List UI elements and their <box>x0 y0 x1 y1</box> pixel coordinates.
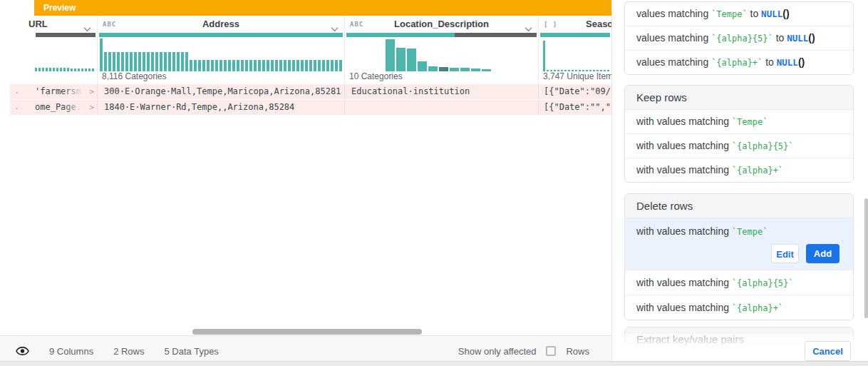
column-location-description-histogram[interactable] <box>386 37 492 71</box>
suggestion-item[interactable]: values matching `{alpha}+` to NULL() <box>625 51 853 74</box>
suggestion-item[interactable]: values matching `Tempe` to NULL() <box>625 2 853 26</box>
column-season-histogram[interactable] <box>543 37 611 71</box>
column-url-count <box>34 71 97 83</box>
column-address-title: Address <box>98 16 344 33</box>
suggestion-text: with values matching `Tempe` <box>636 116 768 127</box>
suggestion-text: values matching `{alpha}{5}` to NULL() <box>636 32 815 44</box>
data-grid-panel: Preview URL ABC Address <box>0 0 611 366</box>
suggestions-panel: values matching `Tempe` to NULL() values… <box>611 0 868 366</box>
text-fade <box>63 84 88 99</box>
rows-count: 2 Rows <box>113 346 144 357</box>
cell-season[interactable]: [{"Date":"09/ <box>539 84 611 99</box>
column-address-count: 8,116 Categories <box>98 71 344 83</box>
cell-location-description[interactable]: Educational·institution <box>345 84 539 99</box>
cell-address[interactable]: 1840·E·Warner·Rd,Tempe,,Arizona,85284 <box>98 100 345 115</box>
vertical-scrollbar[interactable] <box>864 198 868 318</box>
text-fade <box>63 100 88 115</box>
cancel-button[interactable]: Cancel <box>805 341 851 361</box>
suggestion-item[interactable]: with values matching `Tempe` <box>625 110 853 134</box>
preview-banner-label: Preview <box>43 3 76 13</box>
column-menu-chevron-down-icon[interactable] <box>83 22 91 35</box>
cell-address[interactable]: 300·E·Orange·Mall,Tempe,Maricopa,Arizona… <box>98 84 345 99</box>
columns-count: 9 Columns <box>49 346 93 357</box>
array-type-icon: [ ] <box>544 16 557 33</box>
column-menu-chevron-down-icon[interactable] <box>331 22 339 35</box>
show-only-affected-label: Show only affected <box>458 346 537 357</box>
window-bottom-edge <box>0 361 868 366</box>
rows-toggle-label: Rows <box>566 346 589 357</box>
preview-eye-icon[interactable] <box>16 346 29 356</box>
column-season-count: 3,747 Unique Items <box>539 71 611 83</box>
suggestion-card-set-null: values matching `Tempe` to NULL() values… <box>624 1 854 75</box>
edit-button[interactable]: Edit <box>771 244 799 263</box>
suggestion-item[interactable]: values matching `{alpha}{5}` to NULL() <box>625 26 853 51</box>
column-address-histogram[interactable] <box>100 37 343 71</box>
suggestion-item[interactable]: with values matching `{alpha}{5}` <box>625 270 853 295</box>
column-location-description[interactable]: ABC Location_Description 10 Categories <box>345 16 539 83</box>
column-url-histogram[interactable] <box>35 37 95 71</box>
card-title: Keep rows <box>625 86 853 110</box>
column-season-header[interactable]: [ ] Season <box>539 16 611 33</box>
column-menu-chevron-down-icon[interactable] <box>525 22 532 35</box>
column-location-description-header[interactable]: ABC Location_Description <box>345 16 538 33</box>
column-location-description-title: Location_Description <box>345 16 538 33</box>
cell-url[interactable]: ome_Page.h> <box>34 100 98 115</box>
column-url[interactable]: URL <box>34 16 98 83</box>
cell-overflow-chevron-icon[interactable]: > <box>89 84 94 99</box>
cell-location-description[interactable] <box>345 100 539 115</box>
suggestion-text: with values matching `{alpha}+` <box>636 302 783 313</box>
suggestion-card-keep-rows: Keep rows with values matching `Tempe` w… <box>624 85 854 183</box>
suggestion-item-selected[interactable]: with values matching `Tempe` Edit Add <box>625 218 853 270</box>
row-marker-dot: · <box>15 100 19 115</box>
suggestion-text: values matching `Tempe` to NULL() <box>636 8 790 19</box>
column-address-header[interactable]: ABC Address <box>98 16 344 33</box>
suggestion-text: values matching `{alpha}+` to NULL() <box>636 56 805 68</box>
suggestion-item[interactable]: with values matching `{alpha}+` <box>625 158 853 182</box>
table-row[interactable]: · 'farmersma> 300·E·Orange·Mall,Tempe,Ma… <box>10 84 611 100</box>
preview-banner: Preview <box>34 0 611 16</box>
cell-season[interactable]: [{"Date":""," <box>539 100 611 115</box>
string-type-icon: ABC <box>103 16 116 33</box>
add-button[interactable]: Add <box>806 244 839 263</box>
suggestion-card-delete-rows: Delete rows with values matching `Tempe`… <box>624 193 854 320</box>
suggestion-text: with values matching `{alpha}{5}` <box>636 140 794 151</box>
string-type-icon: ABC <box>350 16 363 33</box>
suggestion-text: with values matching `{alpha}+` <box>636 164 783 176</box>
column-address[interactable]: ABC Address 8,116 Categories <box>98 16 345 83</box>
row-marker-dot: · <box>15 84 19 99</box>
cell-overflow-chevron-icon[interactable]: > <box>89 100 94 115</box>
table-row[interactable]: · ome_Page.h> 1840·E·Warner·Rd,Tempe,,Ar… <box>10 100 611 116</box>
card-title: Delete rows <box>625 194 853 218</box>
column-season[interactable]: [ ] Season 3,747 Unique Items <box>539 16 611 83</box>
show-only-affected-rows-checkbox[interactable] <box>546 346 556 356</box>
horizontal-scrollbar[interactable] <box>192 329 422 335</box>
column-location-description-count: 10 Categories <box>345 71 538 83</box>
suggestion-item[interactable]: with values matching `{alpha}+` <box>625 295 853 320</box>
column-url-header[interactable]: URL <box>34 16 97 33</box>
column-season-title: Season <box>586 16 611 33</box>
suggestion-item[interactable]: with values matching `{alpha}{5}` <box>625 134 853 158</box>
data-types-count: 5 Data Types <box>165 346 219 357</box>
cell-url[interactable]: 'farmersma> <box>34 84 98 99</box>
suggestion-text: with values matching `Tempe` <box>636 220 768 244</box>
suggestion-text: with values matching `{alpha}{5}` <box>636 277 794 288</box>
dataprep-preview-screen: Preview URL ABC Address <box>0 0 868 366</box>
